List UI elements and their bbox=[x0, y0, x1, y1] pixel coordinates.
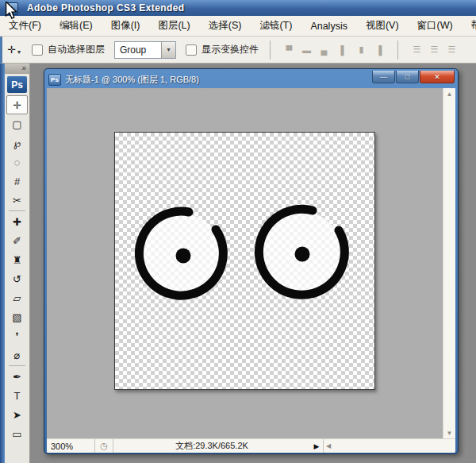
app-titlebar: Adobe Photoshop CS3 Extended bbox=[0, 0, 476, 16]
menu-help[interactable]: 帮助(H) bbox=[469, 17, 476, 34]
workspace: » Ps ✛ ▢ ℘ ◌ # ✂ ✚ ✐ ♜ ↺ ▱ ▧ ❜ ⌀ ✒ T ➤ ▭… bbox=[0, 64, 476, 463]
path-selection-tool[interactable]: ➤ bbox=[6, 405, 28, 424]
status-flyout-button[interactable]: ▶ bbox=[310, 439, 323, 453]
mouse-cursor-icon bbox=[5, 2, 17, 20]
tools-panel: » Ps ✛ ▢ ℘ ◌ # ✂ ✚ ✐ ♜ ↺ ▱ ▧ ❜ ⌀ ✒ T ➤ ▭ bbox=[5, 64, 30, 463]
options-separator bbox=[397, 41, 398, 60]
vertical-scrollbar[interactable]: ▲ ▼ bbox=[443, 88, 455, 439]
scroll-left-icon[interactable]: ◀ bbox=[326, 442, 331, 449]
slice-tool[interactable]: ✂ bbox=[6, 191, 28, 210]
close-button[interactable]: ✕ bbox=[420, 71, 455, 83]
menu-select[interactable]: 选择(S) bbox=[206, 17, 244, 34]
align-bottom-edges-button[interactable]: ▄ bbox=[317, 42, 332, 57]
menu-view[interactable]: 视图(V) bbox=[363, 17, 401, 34]
healing-brush-tool[interactable]: ✚ bbox=[6, 212, 28, 231]
show-transform-controls-checkbox[interactable] bbox=[186, 44, 197, 56]
move-tool[interactable]: ✛ bbox=[6, 95, 28, 114]
document-icon: Ps bbox=[48, 74, 61, 86]
tool-options-bar: ✛ ▾ 自动选择图层 Group ▾ 显示变换控件 ▀ ▬ ▄ ▌ ▮ ▐ ☰ … bbox=[0, 37, 476, 64]
align-left-edges-button[interactable]: ▌ bbox=[336, 42, 351, 57]
artwork-two-eyes bbox=[115, 133, 374, 389]
auto-select-layer-checkbox[interactable] bbox=[32, 44, 43, 56]
chevron-down-icon: ▾ bbox=[17, 48, 21, 56]
options-separator bbox=[270, 41, 271, 60]
document-title: 无标题-1 @ 300% (图层 1, RGB/8) bbox=[65, 74, 199, 86]
menu-file[interactable]: 文件(F) bbox=[6, 17, 44, 34]
chevron-down-icon: ▾ bbox=[167, 46, 170, 53]
document-titlebar[interactable]: Ps 无标题-1 @ 300% (图层 1, RGB/8) — □ ✕ bbox=[47, 71, 455, 88]
lasso-tool[interactable]: ℘ bbox=[6, 133, 28, 152]
group-select-value: Group bbox=[115, 44, 161, 56]
app-title: Adobe Photoshop CS3 Extended bbox=[27, 2, 185, 14]
group-select-arrow-button[interactable]: ▾ bbox=[161, 42, 175, 58]
tool-separator bbox=[9, 210, 25, 211]
collapse-panel-icon: » bbox=[21, 64, 26, 72]
ps-logo: Ps bbox=[7, 76, 27, 93]
current-tool-button[interactable]: ✛ ▾ bbox=[7, 44, 21, 56]
type-tool[interactable]: T bbox=[6, 386, 28, 405]
zoom-level-input[interactable] bbox=[47, 439, 95, 453]
menu-filter[interactable]: 滤镜(T) bbox=[257, 17, 294, 34]
tool-separator bbox=[9, 365, 25, 366]
minimize-button[interactable]: — bbox=[372, 71, 395, 83]
status-indicator-icon: ◷ bbox=[95, 439, 113, 453]
maximize-icon: □ bbox=[405, 73, 409, 81]
group-select[interactable]: Group ▾ bbox=[114, 41, 176, 59]
history-brush-tool[interactable]: ↺ bbox=[6, 269, 28, 288]
clone-stamp-tool[interactable]: ♜ bbox=[6, 250, 28, 269]
document-window: Ps 无标题-1 @ 300% (图层 1, RGB/8) — □ ✕ bbox=[44, 68, 459, 454]
menu-analysis[interactable]: Analysis bbox=[308, 19, 350, 33]
document-size-info: 文档:29.3K/665.2K bbox=[113, 439, 310, 453]
blur-tool[interactable]: ❜ bbox=[6, 326, 28, 345]
horizontal-scrollbar[interactable]: ◀ bbox=[323, 439, 455, 453]
maximize-button[interactable]: □ bbox=[396, 71, 419, 83]
distribute-bottom-edges-button[interactable]: ☰ bbox=[444, 42, 459, 57]
pen-tool[interactable]: ✒ bbox=[6, 367, 28, 386]
align-top-edges-button[interactable]: ▀ bbox=[282, 42, 297, 57]
canvas[interactable] bbox=[114, 132, 375, 390]
distribute-vertical-centers-button[interactable]: ☰ bbox=[427, 42, 442, 57]
menu-image[interactable]: 图像(I) bbox=[109, 17, 143, 34]
auto-select-layer-label: 自动选择图层 bbox=[48, 43, 105, 56]
show-transform-controls-label: 显示变换控件 bbox=[202, 43, 259, 56]
gradient-tool[interactable]: ▧ bbox=[6, 307, 28, 326]
rectangle-tool[interactable]: ▭ bbox=[6, 424, 28, 443]
scroll-up-icon[interactable]: ▲ bbox=[447, 91, 453, 98]
menu-layer[interactable]: 图层(L) bbox=[155, 17, 192, 34]
distribute-top-edges-button[interactable]: ☰ bbox=[409, 42, 424, 57]
align-vertical-centers-button[interactable]: ▬ bbox=[299, 42, 314, 57]
align-horizontal-centers-button[interactable]: ▮ bbox=[354, 42, 369, 57]
status-bar: ◷ 文档:29.3K/665.2K ▶ ◀ bbox=[47, 438, 455, 453]
quick-selection-tool[interactable]: ◌ bbox=[6, 152, 28, 172]
menu-bar: 文件(F) 编辑(E) 图像(I) 图层(L) 选择(S) 滤镜(T) Anal… bbox=[0, 16, 476, 37]
menu-window[interactable]: 窗口(W) bbox=[415, 17, 455, 34]
dodge-tool[interactable]: ⌀ bbox=[6, 345, 28, 365]
scroll-down-icon[interactable]: ▼ bbox=[447, 430, 453, 437]
flyout-arrow-icon: ▶ bbox=[314, 442, 320, 450]
eraser-tool[interactable]: ▱ bbox=[6, 288, 28, 307]
tools-panel-header[interactable]: » bbox=[5, 64, 29, 74]
menu-edit[interactable]: 编辑(E) bbox=[57, 17, 95, 34]
marquee-tool[interactable]: ▢ bbox=[6, 114, 28, 133]
align-right-edges-button[interactable]: ▐ bbox=[371, 42, 386, 57]
move-tool-icon: ✛ bbox=[7, 44, 16, 56]
minimize-icon: — bbox=[380, 73, 387, 81]
close-icon: ✕ bbox=[434, 73, 440, 81]
crop-tool[interactable]: # bbox=[6, 172, 28, 191]
brush-tool[interactable]: ✐ bbox=[6, 231, 28, 250]
document-viewport: ▲ ▼ ◷ 文档:29.3K/665.2K ▶ ◀ bbox=[47, 88, 455, 453]
